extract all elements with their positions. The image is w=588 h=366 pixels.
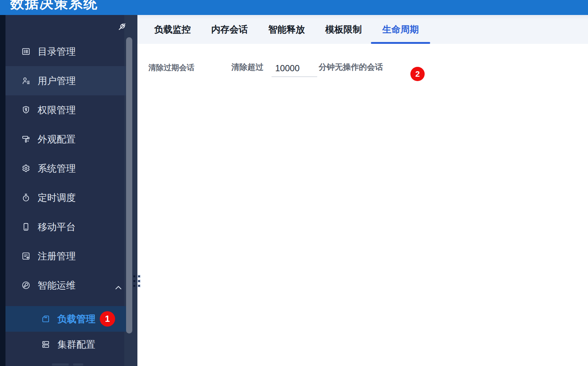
tab-smart-release[interactable]: 智能释放 (268, 15, 305, 44)
tab-load-monitor[interactable]: 负载监控 (154, 15, 191, 44)
sidebar-subitem-load[interactable]: 负载管理 1 (5, 306, 130, 332)
unpin-icon (117, 22, 127, 31)
sidebar-menu: 目录管理 用户管理 (5, 37, 130, 357)
sidebar-item-register[interactable]: 注册管理 (5, 241, 130, 271)
load-icon (41, 314, 50, 324)
clipped-next-item (73, 363, 83, 366)
sidebar-subitem-cluster[interactable]: 集群配置 (5, 332, 130, 357)
tab-memory-session[interactable]: 内存会话 (211, 15, 248, 44)
sidebar-item-label: 移动平台 (38, 221, 76, 233)
appearance-icon (21, 134, 31, 144)
tab-lifecycle[interactable]: 生命周期 (382, 15, 419, 44)
sidebar-edge-strip (0, 15, 5, 366)
clear-expired-session-label: 清除过期会话 (148, 62, 194, 73)
sidebar-subitem-label: 负载管理 (57, 313, 95, 325)
tab-template-limit[interactable]: 模板限制 (325, 15, 362, 44)
sidebar-item-appearance[interactable]: 外观配置 (5, 125, 130, 154)
sidebar: 目录管理 用户管理 (0, 15, 137, 366)
cluster-icon (41, 340, 50, 349)
tab-bar: 负载监控 内存会话 智能释放 模板限制 生命周期 (137, 15, 588, 44)
permission-icon (21, 105, 31, 115)
mobile-icon (21, 222, 31, 232)
app-title: 数据决策系统 (10, 0, 98, 13)
sidebar-item-catalog[interactable]: 目录管理 (5, 37, 130, 66)
sidebar-item-label: 智能运维 (38, 279, 76, 292)
unpin-sidebar-button[interactable] (115, 19, 129, 34)
sidebar-scrollbar-thumb[interactable] (126, 37, 132, 333)
sidebar-item-schedule[interactable]: 定时调度 (5, 183, 130, 212)
ops-icon (21, 281, 31, 290)
minutes-inactive-label: 分钟无操作的会话 (319, 62, 383, 73)
sidebar-item-label: 外观配置 (38, 133, 76, 146)
clear-over-label: 清除超过 (231, 62, 263, 73)
clipped-next-item (52, 363, 69, 366)
users-icon (21, 76, 31, 85)
register-icon (21, 251, 31, 261)
timeout-minutes-input[interactable] (272, 61, 317, 77)
step-badge-2: 2 (410, 67, 425, 81)
app-window: 数据决策系统 (0, 0, 588, 366)
sidebar-item-label: 目录管理 (38, 45, 76, 58)
system-icon (21, 164, 31, 173)
sidebar-item-label: 注册管理 (38, 250, 76, 263)
sidebar-item-users[interactable]: 用户管理 (5, 66, 130, 95)
sidebar-item-ops[interactable]: 智能运维 (5, 271, 130, 300)
chevron-up-icon (114, 283, 123, 292)
sidebar-submenu-ops: 负载管理 1 集群配置 (5, 306, 130, 357)
sidebar-subitem-label: 集群配置 (57, 338, 95, 351)
sidebar-item-label: 权限管理 (38, 104, 76, 117)
sidebar-item-mobile[interactable]: 移动平台 (5, 212, 130, 241)
sidebar-item-system[interactable]: 系统管理 (5, 154, 130, 183)
sidebar-item-label: 用户管理 (38, 75, 76, 87)
catalog-icon (21, 47, 31, 56)
sidebar-item-label: 系统管理 (38, 162, 76, 175)
step-badge-1: 1 (100, 311, 115, 327)
schedule-icon (21, 193, 31, 202)
sidebar-item-permissions[interactable]: 权限管理 (5, 95, 130, 125)
sidebar-item-label: 定时调度 (38, 191, 76, 204)
top-bar: 数据决策系统 (0, 0, 588, 15)
